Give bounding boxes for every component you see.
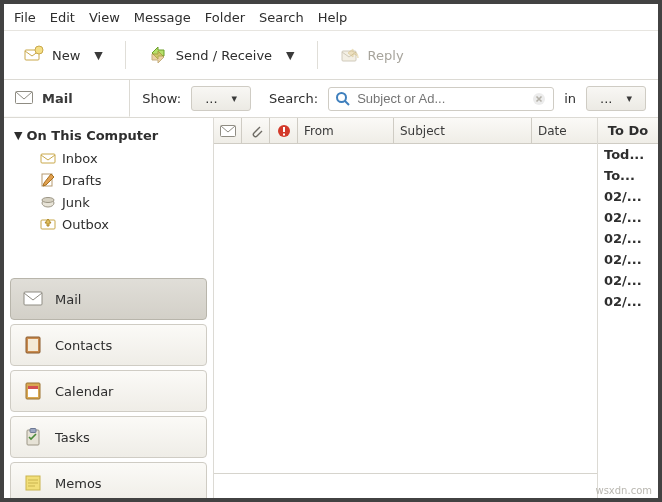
todo-item[interactable]: 02/... — [598, 207, 658, 228]
svg-rect-27 — [283, 133, 285, 135]
drafts-icon — [40, 172, 56, 188]
reply-label: Reply — [368, 48, 404, 63]
switch-mail[interactable]: Mail — [10, 278, 207, 320]
col-subject[interactable]: Subject — [394, 118, 532, 143]
menu-message[interactable]: Message — [134, 10, 191, 25]
menu-help[interactable]: Help — [318, 10, 348, 25]
toolbar-divider — [125, 41, 126, 69]
main-toolbar: New ▼ Send / Receive ▼ Reply — [4, 31, 658, 80]
tree-root-label: On This Computer — [26, 128, 158, 143]
send-receive-label: Send / Receive — [176, 48, 272, 63]
filter-bar: Show: ... ▾ Search: in ... ▾ — [130, 80, 658, 117]
switch-label: Mail — [55, 292, 81, 307]
search-icon — [335, 91, 351, 107]
menu-file[interactable]: File — [14, 10, 36, 25]
todo-item[interactable]: 02/... — [598, 249, 658, 270]
switch-contacts[interactable]: Contacts — [10, 324, 207, 366]
col-important[interactable] — [270, 118, 298, 143]
clear-search-icon[interactable] — [531, 91, 547, 107]
col-attachment[interactable] — [242, 118, 270, 143]
search-field[interactable] — [328, 87, 554, 111]
svg-rect-14 — [28, 339, 38, 351]
in-dropdown[interactable]: ... ▾ — [586, 86, 646, 111]
watermark: wsxdn.com — [595, 485, 652, 496]
folder-tree: ▼ On This Computer Inbox Drafts Junk — [4, 118, 213, 241]
in-label: in — [564, 91, 576, 106]
component-switcher: Mail Contacts Calendar Tasks — [4, 278, 213, 502]
outbox-icon — [40, 216, 56, 232]
menu-bar: File Edit View Message Folder Search Hel… — [4, 4, 658, 31]
folder-inbox[interactable]: Inbox — [8, 147, 209, 169]
switch-label: Memos — [55, 476, 102, 491]
todo-item[interactable]: Tod... — [598, 144, 658, 165]
menu-search[interactable]: Search — [259, 10, 304, 25]
folder-label: Inbox — [62, 151, 98, 166]
show-value: ... — [205, 91, 217, 106]
reply-button[interactable]: Reply — [330, 39, 414, 71]
svg-rect-7 — [41, 154, 55, 163]
mail-icon — [23, 289, 43, 309]
folder-label: Junk — [62, 195, 90, 210]
folder-outbox[interactable]: Outbox — [8, 213, 209, 235]
mail-new-icon — [24, 45, 44, 65]
message-list-pane: From Subject Date — [214, 118, 598, 502]
switch-label: Tasks — [55, 430, 90, 445]
chevron-down-icon: ▾ — [226, 92, 238, 105]
column-headers: From Subject Date — [214, 118, 597, 144]
todo-item[interactable]: 02/... — [598, 270, 658, 291]
todo-pane: To Do Tod... To... 02/... 02/... 02/... … — [598, 118, 658, 502]
col-read-status[interactable] — [214, 118, 242, 143]
new-button[interactable]: New ▼ — [14, 39, 113, 71]
todo-item[interactable]: 02/... — [598, 228, 658, 249]
toolbar-divider — [317, 41, 318, 69]
switch-calendar[interactable]: Calendar — [10, 370, 207, 412]
folder-junk[interactable]: Junk — [8, 191, 209, 213]
send-receive-icon — [148, 45, 168, 65]
new-button-label: New — [52, 48, 80, 63]
tree-root[interactable]: ▼ On This Computer — [8, 124, 209, 147]
memos-icon — [23, 473, 43, 493]
folder-label: Drafts — [62, 173, 102, 188]
reply-icon — [340, 45, 360, 65]
todo-item[interactable]: 02/... — [598, 186, 658, 207]
mail-icon — [220, 121, 236, 141]
show-label: Show: — [142, 91, 181, 106]
folder-drafts[interactable]: Drafts — [8, 169, 209, 191]
switch-label: Calendar — [55, 384, 113, 399]
message-list[interactable] — [214, 144, 597, 502]
sidebar: ▼ On This Computer Inbox Drafts Junk — [4, 118, 214, 502]
mail-icon — [14, 88, 34, 108]
show-dropdown[interactable]: ... ▾ — [191, 86, 251, 111]
switch-memos[interactable]: Memos — [10, 462, 207, 502]
menu-view[interactable]: View — [89, 10, 120, 25]
menu-edit[interactable]: Edit — [50, 10, 75, 25]
todo-item[interactable]: To... — [598, 165, 658, 186]
sidebar-title: Mail — [42, 91, 73, 106]
important-icon — [276, 121, 291, 141]
svg-point-10 — [42, 198, 54, 203]
sidebar-header: Mail — [4, 80, 130, 117]
chevron-down-icon: ▾ — [620, 92, 632, 105]
sub-toolbar: Mail Show: ... ▾ Search: in ... ▾ — [4, 80, 658, 118]
contacts-icon — [23, 335, 43, 355]
folder-label: Outbox — [62, 217, 109, 232]
col-date[interactable]: Date — [532, 118, 597, 143]
col-from[interactable]: From — [298, 118, 394, 143]
chevron-down-icon[interactable]: ▼ — [88, 49, 102, 62]
collapse-icon[interactable]: ▼ — [14, 129, 22, 142]
inbox-icon — [40, 150, 56, 166]
tasks-icon — [23, 427, 43, 447]
search-input[interactable] — [357, 91, 525, 106]
chevron-down-icon[interactable]: ▼ — [280, 49, 294, 62]
in-value: ... — [600, 91, 612, 106]
calendar-icon — [23, 381, 43, 401]
todo-header[interactable]: To Do — [598, 118, 658, 144]
menu-folder[interactable]: Folder — [205, 10, 245, 25]
content-area: From Subject Date To Do Tod... To... 02/… — [214, 118, 658, 502]
svg-rect-19 — [30, 429, 36, 433]
switch-tasks[interactable]: Tasks — [10, 416, 207, 458]
send-receive-button[interactable]: Send / Receive ▼ — [138, 39, 305, 71]
todo-item[interactable]: 02/... — [598, 291, 658, 312]
svg-rect-26 — [283, 127, 285, 132]
svg-rect-12 — [24, 292, 42, 305]
